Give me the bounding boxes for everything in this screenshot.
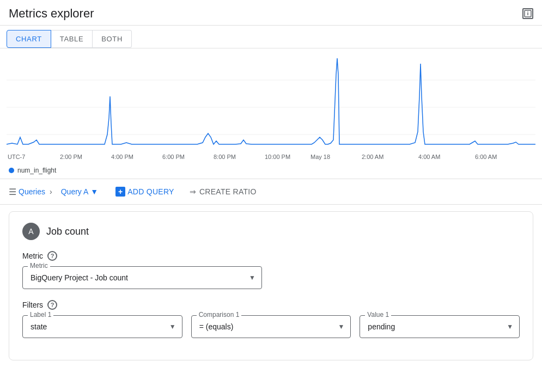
query-a-chevron: ▼ xyxy=(90,187,98,196)
svg-text:8:00 PM: 8:00 PM xyxy=(214,154,236,160)
tab-both[interactable]: BOTH xyxy=(93,30,132,48)
metric-field-label: Metric xyxy=(28,262,50,270)
info-icon[interactable] xyxy=(522,8,533,19)
legend-dot xyxy=(9,168,14,173)
value1-select[interactable]: pending xyxy=(360,315,520,338)
svg-text:2:00 AM: 2:00 AM xyxy=(362,154,383,160)
view-tabs: CHART TABLE BOTH xyxy=(0,26,542,48)
query-a-label: Query A xyxy=(61,187,89,196)
metric-field: Metric BigQuery Project - Job count ▼ xyxy=(22,266,262,289)
add-icon: + xyxy=(115,187,125,197)
svg-text:4:00 PM: 4:00 PM xyxy=(111,154,133,160)
tab-chart[interactable]: CHART xyxy=(7,30,51,48)
svg-text:May 18: May 18 xyxy=(310,154,330,160)
add-query-label: ADD QUERY xyxy=(127,187,174,196)
query-a-button[interactable]: Query A ▼ xyxy=(57,185,102,198)
label1-select[interactable]: state xyxy=(22,315,182,338)
query-panel-header: A Job count xyxy=(22,223,520,240)
queries-menu-icon: ☰ xyxy=(9,187,16,197)
value1-field-label: Value 1 xyxy=(365,311,391,318)
page-title: Metrics explorer xyxy=(9,7,94,21)
metric-help-icon[interactable]: ? xyxy=(47,251,57,261)
query-panel-title: Job count xyxy=(46,226,89,237)
metric-section-label: Metric ? xyxy=(22,251,520,261)
chart-legend: num_in_flight xyxy=(0,163,542,179)
svg-text:6:00 PM: 6:00 PM xyxy=(162,154,185,160)
value1-field: Value 1 pending ▼ xyxy=(360,315,520,338)
add-query-button[interactable]: + ADD QUERY xyxy=(109,185,181,199)
svg-point-2 xyxy=(527,11,528,13)
comparison1-field: Comparison 1 = (equals) ▼ xyxy=(191,315,351,338)
label1-field-label: Label 1 xyxy=(28,311,53,318)
ratio-icon: ⇒ xyxy=(190,187,196,196)
chart-svg: UTC-7 2:00 PM 4:00 PM 6:00 PM 8:00 PM 10… xyxy=(0,53,542,163)
svg-text:10:00 PM: 10:00 PM xyxy=(265,154,290,160)
comparison1-field-label: Comparison 1 xyxy=(197,311,242,318)
comparison1-select[interactable]: = (equals) xyxy=(191,315,351,338)
svg-text:6:00 AM: 6:00 AM xyxy=(475,154,497,160)
page-header: Metrics explorer xyxy=(0,0,542,26)
legend-label: num_in_flight xyxy=(17,167,56,174)
metric-select[interactable]: BigQuery Project - Job count xyxy=(22,266,262,289)
svg-text:2:00 PM: 2:00 PM xyxy=(60,154,82,160)
query-panel: A Job count Metric ? Metric BigQuery Pro… xyxy=(9,211,533,360)
create-ratio-button[interactable]: ⇒ CREATE RATIO xyxy=(183,185,263,198)
svg-text:4:00 AM: 4:00 AM xyxy=(418,154,440,160)
svg-text:UTC-7: UTC-7 xyxy=(8,154,25,160)
query-bar: ☰ Queries › Query A ▼ + ADD QUERY ⇒ CREA… xyxy=(0,179,542,205)
label1-field: Label 1 state ▼ xyxy=(22,315,182,338)
filters-help-icon[interactable]: ? xyxy=(47,300,57,310)
queries-label[interactable]: Queries xyxy=(19,187,45,196)
filters-section-label: Filters ? xyxy=(22,300,520,310)
create-ratio-label: CREATE RATIO xyxy=(199,187,257,196)
filters-row: Label 1 state ▼ Comparison 1 = (equals) … xyxy=(22,315,520,349)
chart-area: UTC-7 2:00 PM 4:00 PM 6:00 PM 8:00 PM 10… xyxy=(0,48,542,179)
breadcrumb-arrow: › xyxy=(50,187,52,196)
tab-table[interactable]: TABLE xyxy=(51,30,93,48)
query-avatar: A xyxy=(22,223,40,240)
